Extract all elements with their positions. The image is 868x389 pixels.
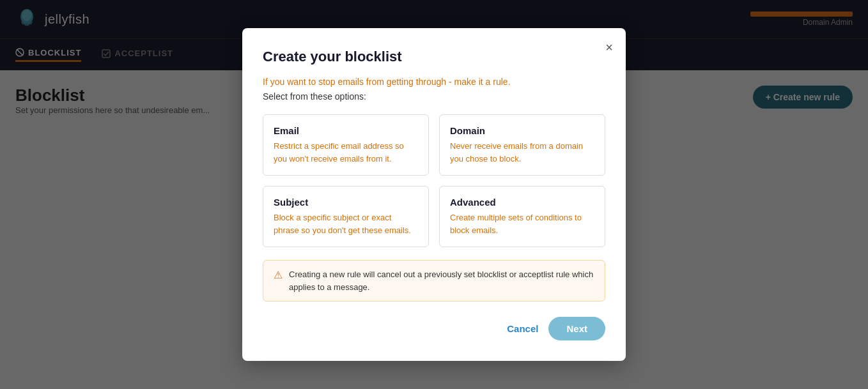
modal-close-button[interactable]: × (605, 41, 613, 54)
warning-icon: ⚠ (274, 269, 283, 281)
modal-description-line2: Select from these options: (263, 91, 605, 102)
option-subject-desc: Block a specific subject or exact phrase… (274, 211, 418, 236)
option-card-email[interactable]: Email Restrict a specific email address … (263, 114, 429, 176)
warning-banner: ⚠ Creating a new rule will cancel out a … (263, 260, 605, 301)
option-domain-desc: Never receive emails from a domain you c… (450, 140, 594, 165)
warning-text: Creating a new rule will cancel out a pr… (289, 268, 594, 293)
option-card-subject[interactable]: Subject Block a specific subject or exac… (263, 186, 429, 247)
option-subject-title: Subject (274, 197, 418, 208)
cancel-button[interactable]: Cancel (507, 323, 538, 334)
modal-overlay: × Create your blocklist If you want to s… (0, 0, 868, 389)
option-email-desc: Restrict a specific email address so you… (274, 140, 418, 165)
option-card-domain[interactable]: Domain Never receive emails from a domai… (439, 114, 605, 176)
option-advanced-desc: Create multiple sets of conditions to bl… (450, 211, 594, 236)
modal-title: Create your blocklist (263, 49, 605, 65)
next-button[interactable]: Next (548, 317, 605, 340)
modal-description-line1: If you want to stop emails from getting … (263, 75, 605, 89)
option-card-advanced[interactable]: Advanced Create multiple sets of conditi… (439, 186, 605, 247)
option-advanced-title: Advanced (450, 197, 594, 208)
modal-dialog: × Create your blocklist If you want to s… (242, 28, 626, 361)
option-email-title: Email (274, 125, 418, 136)
modal-footer: Cancel Next (263, 317, 605, 340)
option-domain-title: Domain (450, 125, 594, 136)
options-grid: Email Restrict a specific email address … (263, 114, 605, 247)
